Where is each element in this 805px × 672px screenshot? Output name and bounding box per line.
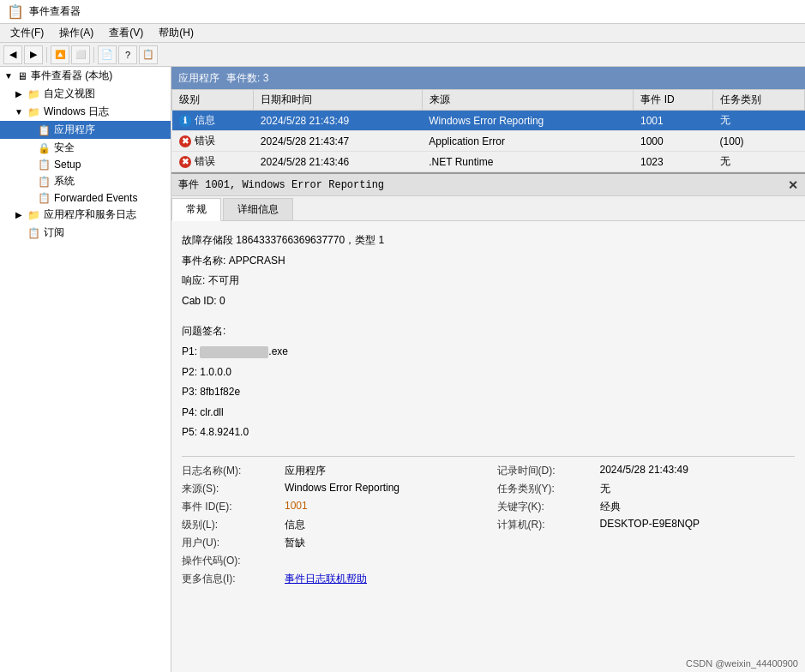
show-hide-button[interactable]: ⬜: [71, 45, 90, 64]
sidebar-item-label: 订阅: [44, 225, 64, 240]
field-value-moreinfo[interactable]: 事件日志联机帮助: [285, 572, 367, 586]
detail-line-p4: P4: clr.dll: [182, 404, 795, 423]
field-recordtime: 记录时间(D): 2024/5/28 21:43:49: [497, 464, 796, 478]
field-source: 来源(S): Windows Error Reporting: [182, 482, 480, 496]
cell-level: ℹ 信息: [172, 111, 254, 131]
sidebar-item-custom-views[interactable]: ▶ 📁 自定义视图: [0, 85, 171, 103]
arrow-icon: ▶: [14, 89, 24, 99]
sidebar-item-security[interactable]: 🔒 安全: [0, 139, 171, 157]
title-bar: 📋 事件查看器: [0, 0, 805, 24]
detail-general-text: 故障存储段 1864333766369637770，类型 1 事件名称: APP…: [182, 231, 795, 442]
cell-datetime: 2024/5/28 21:43:46: [254, 152, 422, 172]
table-row[interactable]: ℹ 信息 2024/5/28 21:43:49 Windows Error Re…: [172, 111, 805, 131]
field-label: 级别(L):: [182, 518, 285, 532]
sidebar-item-label: 应用程序: [54, 123, 95, 137]
toolbar-separator-1: [46, 47, 47, 63]
col-taskcategory[interactable]: 任务类别: [713, 90, 805, 111]
cell-taskcategory: 无: [713, 152, 805, 172]
field-value: DESKTOP-E9E8NQP: [600, 518, 700, 532]
menu-help[interactable]: 帮助(H): [152, 24, 201, 42]
level-info: ℹ 信息: [179, 113, 215, 128]
cell-source: Windows Error Reporting: [422, 111, 634, 131]
toolbar: ◀ ▶ 🔼 ⬜ 📄 ? 📋: [0, 43, 805, 67]
up-button[interactable]: 🔼: [51, 45, 69, 64]
menu-action[interactable]: 操作(A): [52, 24, 100, 42]
toolbar-separator-2: [93, 47, 94, 63]
watermark: CSDN @weixin_44400900: [686, 658, 798, 669]
sidebar-item-label: Forwarded Events: [54, 192, 137, 204]
field-value: 2024/5/28 21:43:49: [600, 464, 688, 478]
properties-button[interactable]: 📄: [98, 45, 117, 64]
detail-line-p3: P3: 8fb1f82e: [182, 383, 795, 402]
error-icon: ✖: [179, 135, 191, 147]
event-list-app-name: 应用程序: [178, 71, 219, 86]
tab-general[interactable]: 常规: [171, 198, 221, 221]
cell-eventid: 1001: [634, 111, 713, 131]
field-value: 无: [600, 482, 610, 496]
blurred-text: [200, 346, 268, 358]
back-button[interactable]: ◀: [3, 45, 22, 64]
sidebar-item-setup[interactable]: 📋 Setup: [0, 157, 171, 172]
field-label: 操作代码(O):: [182, 554, 285, 568]
detail-col-right: 记录时间(D): 2024/5/28 21:43:49 任务类别(Y): 无 关…: [497, 464, 796, 590]
divider: [182, 312, 795, 322]
event-table: 级别 日期和时间 来源 事件 ID 任务类别 ℹ 信息: [171, 89, 805, 172]
detail-line-1: 故障存储段 1864333766369637770，类型 1: [182, 231, 795, 250]
col-source[interactable]: 来源: [422, 90, 634, 111]
app-title: 事件查看器: [29, 4, 81, 19]
cell-eventid: 1023: [634, 152, 713, 172]
sidebar-item-label: Setup: [54, 159, 81, 171]
menu-view[interactable]: 查看(V): [102, 24, 150, 42]
tab-details[interactable]: 详细信息: [223, 198, 293, 220]
detail-line-p2: P2: 1.0.0.0: [182, 363, 795, 382]
field-computer: 计算机(R): DESKTOP-E9E8NQP: [497, 518, 796, 532]
sidebar-item-label: 事件查看器 (本地): [31, 69, 112, 83]
sidebar-item-forwarded-events[interactable]: 📋 Forwarded Events: [0, 190, 171, 206]
field-user: 用户(U): 暂缺: [182, 536, 480, 550]
sidebar-item-application[interactable]: 📋 应用程序: [0, 121, 171, 139]
sidebar-item-subscriptions[interactable]: 📋 订阅: [0, 224, 171, 242]
sidebar-item-label: 应用程序和服务日志: [44, 207, 136, 222]
log-icon: 📋: [27, 227, 40, 239]
field-eventid: 事件 ID(E): 1001: [182, 500, 480, 514]
arrow-icon: ▼: [3, 71, 14, 81]
sidebar-item-app-service-logs[interactable]: ▶ 📁 应用程序和服务日志: [0, 206, 171, 224]
col-datetime[interactable]: 日期和时间: [254, 90, 422, 111]
field-value-eventid[interactable]: 1001: [285, 500, 308, 514]
col-level[interactable]: 级别: [172, 90, 254, 111]
folder-icon: 📁: [27, 106, 40, 118]
table-row[interactable]: ✖ 错误 2024/5/28 21:43:47 Application Erro…: [172, 131, 805, 152]
arrow-icon: ▼: [14, 107, 24, 117]
detail-line-4: Cab ID: 0: [182, 292, 795, 311]
lock-icon: 🔒: [38, 142, 51, 154]
sidebar-item-system[interactable]: 📋 系统: [0, 172, 171, 190]
app-icon: 📋: [7, 3, 24, 20]
detail-fields: 日志名称(M): 应用程序 来源(S): Windows Error Repor…: [182, 456, 795, 590]
detail-panel: 事件 1001, Windows Error Reporting ✕ 常规 详细…: [171, 172, 805, 672]
level-error: ✖ 错误: [179, 154, 215, 169]
field-label: 关键字(K):: [497, 500, 600, 514]
sidebar-item-label: 自定义视图: [44, 87, 95, 101]
field-moreinfo: 更多信息(I): 事件日志联机帮助: [182, 572, 480, 586]
error-icon: ✖: [179, 156, 191, 168]
help-button[interactable]: ?: [118, 45, 137, 64]
menu-bar: 文件(F) 操作(A) 查看(V) 帮助(H): [0, 24, 805, 43]
field-label: 用户(U):: [182, 536, 285, 550]
detail-header: 事件 1001, Windows Error Reporting ✕: [171, 174, 805, 196]
event-list-count: 事件数: 3: [226, 71, 268, 86]
field-value: Windows Error Reporting: [285, 482, 399, 496]
table-row[interactable]: ✖ 错误 2024/5/28 21:43:46 .NET Runtime 102…: [172, 152, 805, 172]
detail-close-button[interactable]: ✕: [788, 178, 798, 192]
menu-file[interactable]: 文件(F): [3, 24, 51, 42]
sidebar-item-event-viewer-root[interactable]: ▼ 🖥 事件查看器 (本地): [0, 67, 171, 85]
detail-tabs: 常规 详细信息: [171, 196, 805, 221]
cell-eventid: 1000: [634, 131, 713, 152]
cell-source: Application Error: [422, 131, 634, 152]
sidebar-item-windows-log[interactable]: ▼ 📁 Windows 日志: [0, 103, 171, 121]
forward-button[interactable]: ▶: [24, 45, 43, 64]
field-taskcategory: 任务类别(Y): 无: [497, 482, 796, 496]
export-button[interactable]: 📋: [139, 45, 158, 64]
detail-line-2: 事件名称: APPCRASH: [182, 252, 795, 271]
detail-line-3: 响应: 不可用: [182, 272, 795, 291]
col-eventid[interactable]: 事件 ID: [634, 90, 713, 111]
